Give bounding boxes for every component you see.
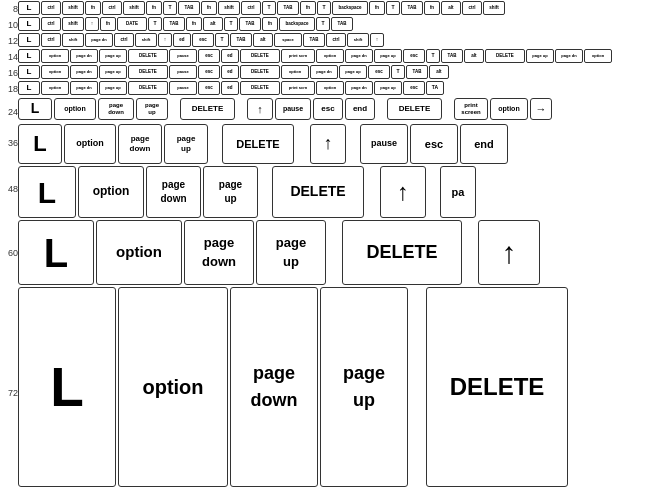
key[interactable]: fn xyxy=(186,17,202,31)
key[interactable]: ctrl xyxy=(462,1,482,15)
key[interactable]: option xyxy=(584,49,612,63)
key[interactable]: pause xyxy=(169,65,197,79)
key[interactable]: esc xyxy=(198,65,220,79)
key[interactable]: page up xyxy=(99,65,127,79)
key-pageup-60[interactable]: pageup xyxy=(256,220,326,285)
key-delete-36[interactable]: DELETE xyxy=(222,124,294,164)
key-pageup-36[interactable]: pageup xyxy=(164,124,208,164)
key[interactable]: T xyxy=(391,65,405,79)
key[interactable]: DELETE xyxy=(240,81,280,95)
key[interactable]: ed xyxy=(221,49,239,63)
key-L-36[interactable]: L xyxy=(18,124,62,164)
key-delete-24[interactable]: DELETE xyxy=(180,98,235,120)
key[interactable]: alt xyxy=(253,33,273,47)
key-pagedown-72[interactable]: pagedown xyxy=(230,287,318,487)
key-pageup-72[interactable]: pageup xyxy=(320,287,408,487)
key[interactable]: T xyxy=(215,33,229,47)
key[interactable]: page dn xyxy=(85,33,113,47)
key[interactable]: TA xyxy=(426,81,444,95)
key[interactable]: ctrl xyxy=(114,33,134,47)
key-pagedown-24[interactable]: pagedown xyxy=(98,98,134,120)
key[interactable]: shift xyxy=(62,1,84,15)
key[interactable]: T xyxy=(316,17,330,31)
key[interactable]: TAB xyxy=(441,49,463,63)
key[interactable]: shift xyxy=(218,1,240,15)
key[interactable]: T xyxy=(262,1,276,15)
key[interactable]: pause xyxy=(169,81,197,95)
key[interactable]: T xyxy=(148,17,162,31)
key[interactable]: L xyxy=(18,17,40,31)
key[interactable]: L xyxy=(18,1,40,15)
key[interactable]: alt xyxy=(429,65,449,79)
key[interactable]: ed xyxy=(173,33,191,47)
key-delete-72[interactable]: DELETE xyxy=(426,287,568,487)
key-delete-60[interactable]: DELETE xyxy=(342,220,462,285)
key-L-24[interactable]: L xyxy=(18,98,52,120)
key[interactable]: fn xyxy=(201,1,217,15)
key[interactable]: TAB xyxy=(163,17,185,31)
key-option-60[interactable]: option xyxy=(96,220,182,285)
key[interactable]: page dn xyxy=(345,81,373,95)
key[interactable]: ctrl xyxy=(41,17,61,31)
key[interactable]: fn xyxy=(146,1,162,15)
key[interactable]: alt xyxy=(464,49,484,63)
key[interactable]: DELETE xyxy=(240,49,280,63)
key[interactable]: print scrn xyxy=(281,81,315,95)
key-end-36[interactable]: end xyxy=(460,124,508,164)
key[interactable]: page dn xyxy=(555,49,583,63)
key[interactable]: page up xyxy=(99,49,127,63)
key[interactable]: fn xyxy=(424,1,440,15)
key[interactable]: L xyxy=(18,65,40,79)
key[interactable]: esc xyxy=(198,81,220,95)
key[interactable]: page dn xyxy=(345,49,373,63)
key[interactable]: L xyxy=(18,49,40,63)
key[interactable]: esc xyxy=(198,49,220,63)
key[interactable]: esc xyxy=(368,65,390,79)
key[interactable]: esc xyxy=(403,81,425,95)
key-delete2-24[interactable]: DELETE xyxy=(387,98,442,120)
key[interactable]: alt xyxy=(203,17,223,31)
key[interactable]: TAB xyxy=(303,33,325,47)
key[interactable]: page dn xyxy=(310,65,338,79)
key-up-36[interactable]: ↑ xyxy=(310,124,346,164)
key[interactable]: alt xyxy=(441,1,461,15)
key-option-24[interactable]: option xyxy=(54,98,96,120)
key[interactable]: ↑ xyxy=(370,33,384,47)
key-end-24[interactable]: end xyxy=(345,98,375,120)
key-up-60[interactable]: ↑ xyxy=(478,220,540,285)
key[interactable]: print scrn xyxy=(281,49,315,63)
key[interactable]: fn xyxy=(300,1,316,15)
key-option-48[interactable]: option xyxy=(78,166,144,218)
key[interactable]: fn xyxy=(369,1,385,15)
key-up-24[interactable]: ↑ xyxy=(247,98,273,120)
key[interactable]: page up xyxy=(99,81,127,95)
key[interactable]: T xyxy=(224,17,238,31)
key[interactable]: TAB xyxy=(178,1,200,15)
key[interactable]: fn xyxy=(100,17,116,31)
key[interactable]: ctrl xyxy=(241,1,261,15)
key[interactable]: ↑ xyxy=(158,33,172,47)
key[interactable]: L xyxy=(18,81,40,95)
key[interactable]: ↑ xyxy=(85,17,99,31)
key[interactable]: shift xyxy=(62,17,84,31)
key[interactable]: ctrl xyxy=(102,1,122,15)
key[interactable]: T xyxy=(426,49,440,63)
key[interactable]: option xyxy=(316,81,344,95)
key-pagedown-36[interactable]: pagedown xyxy=(118,124,162,164)
key-L-72[interactable]: L xyxy=(18,287,116,487)
key[interactable]: page up xyxy=(339,65,367,79)
key[interactable]: page dn xyxy=(70,65,98,79)
key[interactable]: option xyxy=(41,49,69,63)
key-esc-36[interactable]: esc xyxy=(410,124,458,164)
key-option-72[interactable]: option xyxy=(118,287,228,487)
key[interactable]: T xyxy=(317,1,331,15)
key-delete-48[interactable]: DELETE xyxy=(272,166,364,218)
key[interactable]: shift xyxy=(347,33,369,47)
key[interactable]: shift xyxy=(135,33,157,47)
key[interactable]: ctrl xyxy=(41,1,61,15)
key[interactable]: shift xyxy=(62,33,84,47)
key[interactable]: TAB xyxy=(331,17,353,31)
key[interactable]: page up xyxy=(374,81,402,95)
key-option2-24[interactable]: option xyxy=(490,98,528,120)
key[interactable]: ed xyxy=(221,81,239,95)
